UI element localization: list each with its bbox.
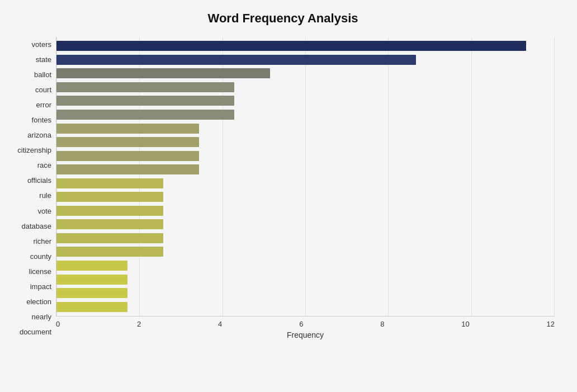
y-label: fontes [32,116,51,124]
bar [56,302,127,312]
bar [56,164,199,174]
bar-row [56,122,555,135]
bar-row [56,301,555,313]
bar-row [56,108,555,121]
y-label: error [36,101,51,108]
bar-row [56,40,555,52]
y-label: court [35,86,51,93]
x-axis-label: 12 [547,320,555,328]
bars-area [56,37,555,317]
bar [56,219,163,229]
bar-row [56,67,555,79]
bar [56,82,234,92]
bars-and-xaxis: 024681012 Frequency [56,37,555,339]
bar-row [56,163,555,176]
bar-row [56,136,555,148]
x-axis-label: 2 [137,320,141,328]
chart-area: votersstateballotcourterrorfontesarizona… [11,37,555,339]
bar-row [56,259,555,272]
bar [56,261,127,271]
y-label: database [22,223,52,230]
bar-row [56,287,555,299]
y-label: officials [27,177,51,184]
bar [56,110,234,120]
y-label: license [29,268,51,275]
bar [56,233,163,243]
bars-wrapper [56,37,555,316]
x-axis-label: 6 [299,320,303,328]
bar [56,55,416,65]
bar [56,192,163,202]
bar [56,288,127,298]
chart-container: Word Frequency Analysis votersstateballo… [0,0,577,392]
bar [56,206,163,216]
bar-row [56,273,555,286]
bar-row [56,177,555,190]
x-axis-label: 8 [380,320,384,328]
x-axis-title: Frequency [56,330,555,339]
y-label: state [36,56,51,63]
y-axis-labels: votersstateballotcourterrorfontesarizona… [11,37,56,339]
y-label: ballot [34,71,51,78]
bar-row [56,245,555,258]
chart-title: Word Frequency Analysis [11,11,555,26]
bar [56,275,127,285]
y-label: voters [32,41,51,48]
y-label: rule [39,192,51,199]
bar-row [56,191,555,203]
bar-row [56,205,555,217]
bar [56,178,163,188]
y-label: race [37,162,51,169]
y-label: nearly [32,313,51,320]
y-label: richer [33,238,51,245]
bar [56,68,270,78]
y-label: impact [30,283,51,290]
bar-row [56,218,555,230]
bar [56,124,199,134]
y-label: document [20,328,51,336]
bar-row [56,54,555,66]
bar [56,96,234,106]
bar [56,137,199,147]
bar [56,41,526,51]
y-label: citizenship [17,147,51,154]
y-label: vote [37,207,51,215]
bar-row [56,150,555,162]
bar [56,247,163,257]
x-axis-labels: 024681012 [56,317,555,329]
y-label: election [26,298,51,305]
bar [56,151,199,161]
y-label: county [30,253,51,260]
x-axis-label: 4 [218,320,222,328]
y-label: arizona [27,131,51,139]
bar-row [56,232,555,244]
bar-row [56,95,555,107]
x-axis-label: 10 [461,320,469,328]
x-axis-label: 0 [56,320,60,328]
bar-row [56,81,555,93]
